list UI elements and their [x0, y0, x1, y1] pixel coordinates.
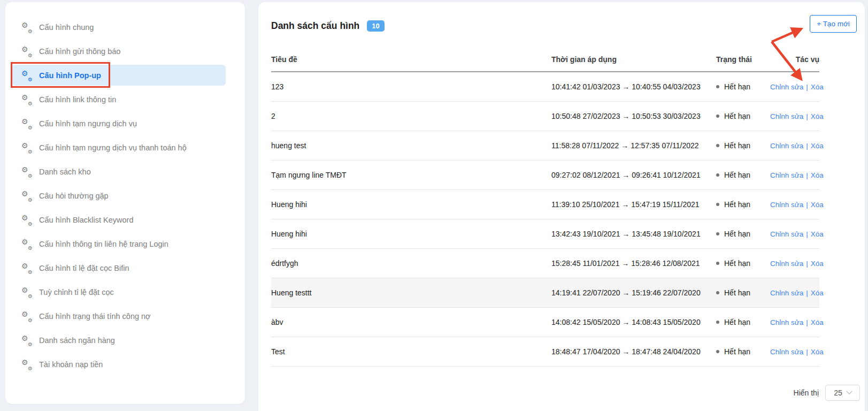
delete-link[interactable]: Xóa	[811, 318, 824, 326]
sidebar-item[interactable]: ⚙⚙ Cấu hình trạng thái tính công nợ	[5, 304, 245, 328]
status-dot-icon	[716, 85, 719, 88]
row-actions: Chỉnh sửa|Xóa	[770, 260, 819, 268]
row-status: Hết hạn	[716, 347, 770, 356]
table-row: 2 10:50:48 27/02/2023 → 10:50:53 30/03/2…	[271, 102, 819, 131]
delete-link[interactable]: Xóa	[811, 142, 824, 150]
row-title: àbv	[271, 318, 551, 326]
action-separator: |	[806, 348, 808, 356]
row-time-range: 11:58:28 07/11/2022 → 12:57:35 07/11/202…	[551, 141, 716, 150]
status-dot-icon	[716, 321, 719, 324]
status-dot-icon	[716, 291, 719, 294]
sidebar-item[interactable]: ⚙⚙ Cấu hình tạm ngưng dịch vụ thanh toán…	[5, 135, 245, 159]
status-label: Hết hạn	[724, 259, 750, 268]
page-size-label: Hiển thị	[794, 389, 819, 397]
delete-link[interactable]: Xóa	[811, 201, 824, 209]
page-size-select[interactable]: 25	[825, 385, 860, 401]
delete-link[interactable]: Xóa	[811, 171, 824, 179]
edit-link[interactable]: Chỉnh sửa	[770, 348, 803, 356]
action-separator: |	[806, 230, 808, 238]
chevron-down-icon	[846, 389, 852, 394]
sidebar-item-label: Tài khoản nạp tiền	[39, 360, 103, 369]
table-row: Hueng testtt 14:19:41 22/07/2020 → 15:19…	[271, 278, 819, 308]
edit-link[interactable]: Chỉnh sửa	[770, 171, 803, 179]
row-title: Hueng hihi	[271, 230, 551, 238]
sidebar-item[interactable]: ⚙⚙ Danh sách ngân hàng	[5, 328, 245, 352]
status-dot-icon	[716, 144, 719, 147]
row-status: Hết hạn	[716, 318, 770, 326]
status-dot-icon	[716, 232, 719, 235]
row-time-range: 14:08:42 15/05/2020 → 14:08:43 15/05/202…	[551, 318, 716, 326]
sidebar-item[interactable]: ⚙⚙ Câu hỏi thường gặp	[5, 184, 245, 208]
row-time-range: 13:42:43 19/10/2021 → 13:45:48 19/10/202…	[551, 230, 716, 238]
delete-link[interactable]: Xóa	[811, 112, 824, 120]
row-title: hueng test	[271, 141, 551, 150]
row-actions: Chỉnh sửa|Xóa	[770, 318, 819, 326]
status-dot-icon	[716, 262, 719, 265]
row-title: Hueng hihi	[271, 200, 551, 209]
row-time-range: 11:39:10 25/10/2021 → 15:47:19 15/11/202…	[551, 200, 716, 209]
delete-link[interactable]: Xóa	[811, 83, 824, 91]
table-header-row: Tiêu đề Thời gian áp dụng Trạng thái Tác…	[271, 48, 819, 72]
edit-link[interactable]: Chỉnh sửa	[770, 112, 803, 120]
row-time-range: 18:48:47 17/04/2020 → 18:47:48 24/04/202…	[551, 347, 716, 356]
action-separator: |	[806, 83, 808, 91]
table-row: Test 18:48:47 17/04/2020 → 18:47:48 24/0…	[271, 337, 819, 367]
sidebar-item[interactable]: ⚙⚙ Cấu hình tỉ lệ đặt cọc Bifin	[5, 256, 245, 280]
row-status: Hết hạn	[716, 288, 770, 297]
delete-link[interactable]: Xóa	[811, 348, 824, 356]
sidebar-item-label: Cấu hình tạm ngưng dịch vụ	[39, 119, 137, 128]
action-separator: |	[806, 318, 808, 326]
edit-link[interactable]: Chỉnh sửa	[770, 260, 803, 268]
action-separator: |	[806, 260, 808, 268]
row-actions: Chỉnh sửa|Xóa	[770, 348, 819, 356]
edit-link[interactable]: Chỉnh sửa	[770, 289, 803, 297]
gears-icon: ⚙⚙	[21, 22, 33, 32]
gears-icon: ⚙⚙	[21, 143, 33, 153]
sidebar-item[interactable]: ⚙⚙ Tuỳ chỉnh tỉ lệ đặt cọc	[5, 280, 245, 304]
sidebar-item[interactable]: ⚙⚙ Cấu hình thông tin liên hệ trang Logi…	[5, 232, 245, 256]
row-actions: Chỉnh sửa|Xóa	[770, 112, 819, 120]
sidebar-item-label: Cấu hình chung	[39, 23, 94, 32]
sidebar-item-label: Cấu hình tỉ lệ đặt cọc Bifin	[39, 264, 129, 272]
row-status: Hết hạn	[716, 200, 770, 209]
action-separator: |	[806, 201, 808, 209]
sidebar-item[interactable]: ⚙⚙ Cấu hình Pop-up	[5, 63, 245, 87]
sidebar-item[interactable]: ⚙⚙ Cấu hình Blacklist Keyword	[5, 208, 245, 232]
sidebar-item[interactable]: ⚙⚙ Cấu hình link thông tin	[5, 87, 245, 111]
status-label: Hết hạn	[724, 288, 750, 297]
edit-link[interactable]: Chỉnh sửa	[770, 201, 803, 209]
table-footer: Hiển thị 25	[794, 385, 860, 401]
edit-link[interactable]: Chỉnh sửa	[770, 318, 803, 326]
delete-link[interactable]: Xóa	[811, 289, 824, 297]
status-dot-icon	[716, 350, 719, 353]
row-actions: Chỉnh sửa|Xóa	[770, 289, 819, 297]
create-new-button[interactable]: + Tạo mới	[810, 15, 857, 33]
sidebar-item-label: Tuỳ chỉnh tỉ lệ đặt cọc	[39, 288, 114, 296]
column-header-status: Trạng thái	[716, 55, 770, 64]
edit-link[interactable]: Chỉnh sửa	[770, 83, 803, 91]
row-actions: Chỉnh sửa|Xóa	[770, 201, 819, 209]
table-row: édrtfygh 15:28:45 11/01/2021 → 15:28:46 …	[271, 249, 819, 278]
column-header-title: Tiêu đề	[271, 55, 551, 64]
edit-link[interactable]: Chỉnh sửa	[770, 142, 803, 150]
gears-icon: ⚙⚙	[21, 95, 33, 104]
delete-link[interactable]: Xóa	[811, 230, 824, 238]
sidebar-item[interactable]: ⚙⚙ Tài khoản nạp tiền	[5, 352, 245, 376]
row-status: Hết hạn	[716, 230, 770, 238]
sidebar-item[interactable]: ⚙⚙ Cấu hình gửi thông báo	[5, 39, 245, 63]
row-status: Hết hạn	[716, 112, 770, 120]
delete-link[interactable]: Xóa	[811, 260, 824, 268]
table-row: Tạm ngưng line TMĐT 09:27:02 08/12/2021 …	[271, 161, 819, 190]
config-table: Tiêu đề Thời gian áp dụng Trạng thái Tác…	[271, 48, 819, 367]
sidebar-item-label: Cấu hình trạng thái tính công nợ	[39, 312, 151, 321]
row-actions: Chỉnh sửa|Xóa	[770, 230, 819, 238]
sidebar-item[interactable]: ⚙⚙ Danh sách kho	[5, 159, 245, 184]
sidebar-item[interactable]: ⚙⚙ Cấu hình tạm ngưng dịch vụ	[5, 111, 245, 135]
count-badge: 10	[367, 20, 384, 32]
sidebar-menu: ⚙⚙ Cấu hình chung ⚙⚙ Cấu hình gửi thông …	[5, 2, 245, 376]
page-title: Danh sách cấu hình	[271, 20, 359, 32]
gears-icon: ⚙⚙	[21, 311, 33, 321]
edit-link[interactable]: Chỉnh sửa	[770, 230, 803, 238]
sidebar-item[interactable]: ⚙⚙ Cấu hình chung	[5, 15, 245, 39]
sidebar-item-label: Cấu hình tạm ngưng dịch vụ thanh toán hộ	[39, 143, 187, 152]
